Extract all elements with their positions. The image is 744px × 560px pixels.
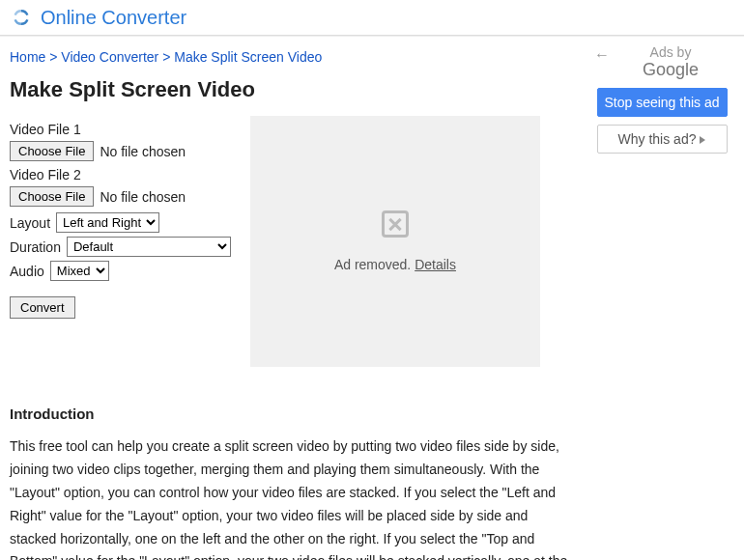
intro-paragraph: This free tool can help you create a spl… bbox=[10, 435, 575, 560]
duration-select[interactable]: Default bbox=[67, 237, 231, 257]
main-content: Home > Video Converter > Make Split Scre… bbox=[0, 37, 585, 560]
ad-removed-icon bbox=[382, 210, 409, 238]
convert-button[interactable]: Convert bbox=[10, 296, 75, 319]
intro-heading: Introduction bbox=[10, 406, 575, 422]
ads-by-text: Ads by bbox=[650, 44, 692, 60]
breadcrumb: Home > Video Converter > Make Split Scre… bbox=[10, 46, 575, 68]
ad-sidebar: ← Ads by Google Stop seeing this ad Why … bbox=[585, 37, 739, 560]
breadcrumb-sep: > bbox=[49, 49, 57, 65]
layout-select[interactable]: Left and Right bbox=[56, 212, 159, 233]
file2-status: No file chosen bbox=[100, 189, 186, 205]
stop-seeing-ad-button[interactable]: Stop seeing this ad bbox=[597, 88, 728, 117]
file2-label: Video File 2 bbox=[10, 167, 231, 182]
ads-by-label: Ads by Google bbox=[612, 44, 730, 80]
breadcrumb-home[interactable]: Home bbox=[10, 49, 45, 65]
audio-label: Audio bbox=[10, 264, 44, 279]
breadcrumb-current[interactable]: Make Split Screen Video bbox=[174, 49, 322, 65]
choose-file-1-button[interactable]: Choose File bbox=[10, 141, 94, 161]
why-this-ad-text: Why this ad? bbox=[618, 131, 697, 147]
page-title: Make Split Screen Video bbox=[10, 77, 575, 102]
breadcrumb-sep: > bbox=[162, 49, 170, 65]
chevron-right-icon bbox=[700, 136, 705, 144]
ad-details-link[interactable]: Details bbox=[415, 257, 456, 272]
why-this-ad-button[interactable]: Why this ad? bbox=[597, 125, 728, 154]
back-arrow-icon[interactable]: ← bbox=[594, 46, 610, 64]
choose-file-2-button[interactable]: Choose File bbox=[10, 186, 94, 207]
layout-label: Layout bbox=[10, 215, 50, 231]
duration-label: Duration bbox=[10, 239, 61, 255]
ad-removed-text: Ad removed. bbox=[334, 257, 411, 272]
google-logo-text: Google bbox=[612, 60, 730, 80]
audio-select[interactable]: Mixed bbox=[50, 261, 109, 281]
logo-icon bbox=[10, 6, 33, 29]
form-panel: Video File 1 Choose File No file chosen … bbox=[10, 116, 231, 367]
brand-name[interactable]: Online Converter bbox=[41, 7, 186, 29]
ad-placeholder: Ad removed. Details bbox=[250, 116, 540, 367]
breadcrumb-video-converter[interactable]: Video Converter bbox=[61, 49, 158, 65]
file1-status: No file chosen bbox=[100, 144, 186, 159]
file1-label: Video File 1 bbox=[10, 122, 231, 137]
site-header: Online Converter bbox=[0, 0, 744, 36]
